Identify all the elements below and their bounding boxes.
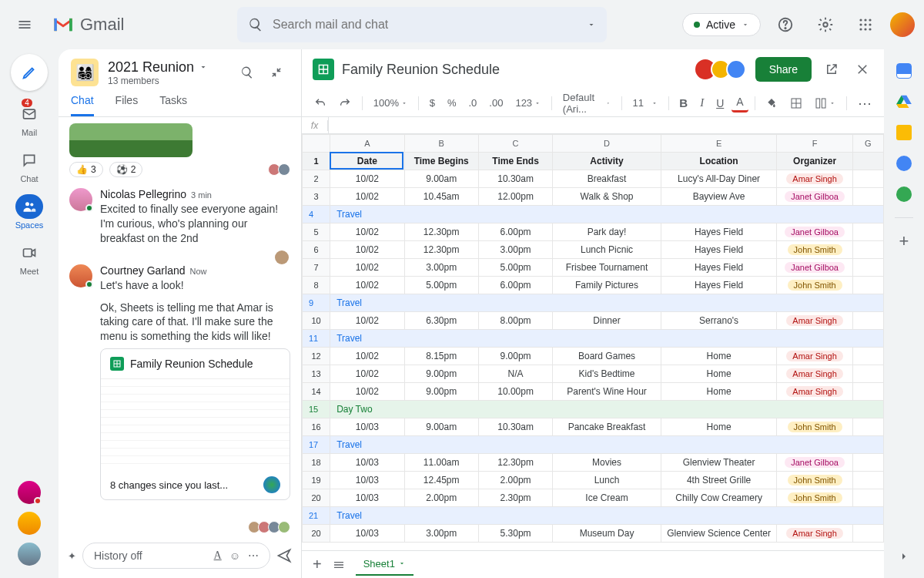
borders-icon[interactable]	[785, 94, 807, 113]
row-header[interactable]: 20	[303, 525, 330, 543]
status-chip[interactable]: Active	[682, 13, 761, 36]
cell[interactable]: 10/03	[330, 525, 404, 543]
cell[interactable]: Bayview Ave	[661, 188, 777, 206]
cell[interactable]: Kid's Bedtime	[553, 365, 661, 383]
cell[interactable]: 12.30pm	[404, 223, 478, 241]
account-avatar[interactable]	[890, 12, 915, 37]
rail-avatar[interactable]	[18, 512, 41, 535]
header-cell[interactable]: Time Ends	[478, 153, 552, 170]
reaction-chip[interactable]: 👍3	[69, 162, 103, 177]
font-size-dropdown[interactable]: 11	[628, 94, 661, 112]
cell[interactable]: 12.00pm	[478, 188, 552, 206]
sheet-tab[interactable]: Sheet1	[356, 553, 413, 576]
space-search-icon[interactable]	[235, 60, 259, 85]
merge-cells-icon[interactable]	[810, 94, 840, 113]
cell[interactable]: Glenview Science Center	[661, 525, 777, 543]
cell[interactable]: Park day!	[553, 223, 661, 241]
cell[interactable]: 10/02	[330, 188, 404, 206]
cell[interactable]: Amar Singh	[777, 525, 852, 543]
cell[interactable]	[852, 241, 883, 259]
travel-cell[interactable]: Travel	[330, 294, 884, 312]
cell[interactable]: Family Pictures	[553, 277, 661, 294]
cell[interactable]: Serrano's	[661, 312, 777, 330]
travel-cell[interactable]: Travel	[330, 206, 884, 223]
cell[interactable]: 3.00pm	[478, 241, 552, 259]
reaction-chip[interactable]: ⚽2	[109, 162, 143, 177]
cell[interactable]: 10.30am	[478, 170, 552, 188]
close-icon[interactable]	[852, 59, 873, 80]
cell[interactable]: Parent's Wine Hour	[553, 383, 661, 401]
cell[interactable]: 10/03	[330, 418, 404, 436]
cell[interactable]: 10/02	[330, 223, 404, 241]
cell[interactable]: 10/03	[330, 489, 404, 507]
search-input[interactable]	[273, 18, 587, 32]
cell[interactable]: Chilly Cow Creamery	[661, 489, 777, 507]
row-header[interactable]: 13	[303, 365, 330, 383]
undo-icon[interactable]	[310, 94, 331, 113]
rail-item-meet[interactable]: Meet	[15, 240, 43, 276]
search-options-icon[interactable]	[587, 20, 596, 29]
tab-tasks[interactable]: Tasks	[159, 94, 187, 116]
cell[interactable]	[852, 418, 883, 436]
cell[interactable]: 3.00pm	[404, 259, 478, 277]
cell[interactable]	[852, 188, 883, 206]
rail-avatar[interactable]	[18, 543, 41, 566]
cell[interactable]: Glenview Theater	[661, 454, 777, 472]
settings-gear-icon[interactable]	[810, 9, 841, 40]
row-header[interactable]: 11	[303, 330, 330, 348]
header-cell[interactable]: Location	[661, 153, 777, 170]
open-external-icon[interactable]	[821, 59, 842, 80]
header-cell[interactable]: Time Begins	[404, 153, 478, 170]
header-cell[interactable]: Activity	[553, 153, 661, 170]
cell[interactable]: 5.00pm	[478, 259, 552, 277]
decimal-decrease-icon[interactable]: .0	[464, 94, 481, 112]
cell[interactable]	[852, 383, 883, 401]
cell[interactable]: 10.30am	[478, 418, 552, 436]
cell[interactable]: Hayes Field	[661, 241, 777, 259]
cell[interactable]: Amar Singh	[777, 170, 852, 188]
cell[interactable]: 10/02	[330, 365, 404, 383]
document-title[interactable]: Family Reunion Schedule	[342, 62, 500, 78]
row-header[interactable]: 3	[303, 188, 330, 206]
cell[interactable]: Hayes Field	[661, 223, 777, 241]
column-header[interactable]: E	[661, 135, 777, 153]
cell[interactable]: 2.30pm	[478, 489, 552, 507]
row-header[interactable]: 8	[303, 277, 330, 294]
column-header[interactable]: G	[852, 135, 883, 153]
keep-addon-icon[interactable]	[896, 125, 912, 140]
font-dropdown[interactable]: Default (Ari...	[558, 89, 615, 118]
cell[interactable]	[852, 259, 883, 277]
apps-grid-icon[interactable]	[850, 9, 881, 40]
cell[interactable]: 8.15pm	[404, 348, 478, 365]
cell[interactable]: Walk & Shop	[553, 188, 661, 206]
corner-cell[interactable]	[303, 135, 330, 153]
tab-files[interactable]: Files	[116, 94, 139, 116]
cell[interactable]: 10/02	[330, 383, 404, 401]
cell[interactable]: 9.00am	[404, 418, 478, 436]
column-header[interactable]: D	[553, 135, 661, 153]
cell[interactable]: 5.30pm	[478, 525, 552, 543]
row-header[interactable]: 10	[303, 312, 330, 330]
cell[interactable]: 3.00pm	[404, 525, 478, 543]
cell[interactable]	[852, 312, 883, 330]
redo-icon[interactable]	[334, 94, 356, 113]
cell[interactable]: Breakfast	[553, 170, 661, 188]
cell[interactable]: Pancake Breakfast	[553, 418, 661, 436]
header-cell[interactable]: Organizer	[777, 153, 852, 170]
cell[interactable]: Amar Singh	[777, 312, 852, 330]
row-header[interactable]: 16	[303, 418, 330, 436]
cell[interactable]: Janet Gilboa	[777, 259, 852, 277]
sheet-attachment-card[interactable]: Family Reunion Schedule 8 changes since …	[100, 348, 290, 500]
row-header[interactable]: 5	[303, 223, 330, 241]
cell[interactable]: Janet Gilboa	[777, 223, 852, 241]
row-header[interactable]: 20	[303, 489, 330, 507]
cell[interactable]: Movies	[553, 454, 661, 472]
cell[interactable]: John Smith	[777, 472, 852, 489]
decimal-increase-icon[interactable]: .00	[484, 94, 507, 112]
row-header[interactable]: 1	[303, 153, 330, 170]
cell[interactable]	[852, 365, 883, 383]
cell[interactable]: Home	[661, 348, 777, 365]
percent-icon[interactable]: %	[443, 94, 461, 112]
cell[interactable]: 8.00pm	[478, 312, 552, 330]
cell[interactable]: John Smith	[777, 277, 852, 294]
